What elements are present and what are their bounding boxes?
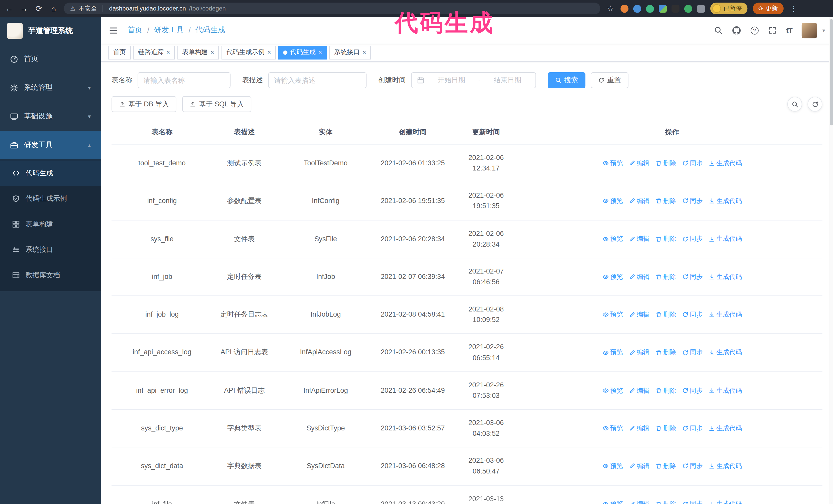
generate-code-action[interactable]: 生成代码 [709,272,742,282]
scrollbar[interactable] [829,17,833,504]
home-icon[interactable]: ⌂ [49,0,58,17]
preview-action[interactable]: 预览 [602,424,623,433]
generate-code-action[interactable]: 生成代码 [709,424,742,433]
sidebar-item-system-api[interactable]: 系统接口 [0,237,101,262]
generate-code-action[interactable]: 生成代码 [709,347,742,358]
profile-paused-chip[interactable]: 已暂停 [710,3,747,14]
delete-action[interactable]: 删除 [656,347,676,358]
extension-people-icon[interactable] [659,5,667,13]
sidebar-item-codegen-example[interactable]: 代码生成示例 [0,186,101,211]
sidebar-item-home[interactable]: 首页 [0,45,101,73]
sidebar-item-devtools[interactable]: 研发工具 ▴ [0,131,101,160]
close-icon[interactable]: × [362,49,366,56]
reset-button[interactable]: 重置 [591,72,628,88]
search-button[interactable]: 搜索 [548,72,586,88]
back-icon[interactable]: ← [4,0,14,17]
font-size-icon[interactable]: tT [786,26,792,34]
close-icon[interactable]: × [210,49,214,56]
tab-codegen-example[interactable]: 代码生成示例× [221,45,276,59]
edit-action[interactable]: 编辑 [629,499,649,504]
sync-action[interactable]: 同步 [682,158,703,168]
help-icon[interactable]: ? [751,26,758,34]
vue-devtools-icon[interactable] [646,5,654,13]
import-db-button[interactable]: 基于 DB 导入 [112,96,176,112]
delete-action[interactable]: 删除 [656,386,676,395]
preview-action[interactable]: 预览 [602,310,623,320]
extension-drop-icon[interactable] [633,5,641,13]
delete-action[interactable]: 删除 [656,196,676,206]
tab-form-builder[interactable]: 表单构建× [177,45,219,59]
chrome-menu-icon[interactable]: ⋮ [789,0,799,17]
sync-action[interactable]: 同步 [682,310,703,320]
bookmark-star-icon[interactable]: ☆ [606,0,615,17]
preview-action[interactable]: 预览 [602,196,623,206]
tab-system-api[interactable]: 系统接口× [329,45,371,59]
preview-action[interactable]: 预览 [602,347,623,358]
sync-action[interactable]: 同步 [682,424,703,433]
tab-codegen[interactable]: 代码生成× [278,45,327,59]
github-icon[interactable] [732,26,741,35]
reload-icon[interactable]: ⟳ [34,0,44,17]
generate-code-action[interactable]: 生成代码 [709,499,742,504]
tab-tracing[interactable]: 链路追踪× [133,45,175,59]
date-range-picker[interactable]: 开始日期 - 结束日期 [411,72,536,88]
generate-code-action[interactable]: 生成代码 [709,386,742,395]
delete-action[interactable]: 删除 [656,272,676,282]
edit-action[interactable]: 编辑 [629,234,649,244]
user-avatar[interactable] [802,23,817,38]
avatar-caret-icon[interactable]: ▾ [822,27,825,33]
extension-fox-icon[interactable] [620,5,628,13]
edit-action[interactable]: 编辑 [629,158,649,168]
fullscreen-icon[interactable] [768,26,777,34]
import-sql-button[interactable]: 基于 SQL 导入 [183,96,252,112]
edit-action[interactable]: 编辑 [629,310,649,320]
refresh-table-button[interactable] [808,97,823,112]
table-name-input[interactable] [138,72,231,88]
preview-action[interactable]: 预览 [602,386,623,395]
preview-action[interactable]: 预览 [602,499,623,504]
edit-action[interactable]: 编辑 [629,386,649,395]
edit-action[interactable]: 编辑 [629,196,649,206]
tampermonkey-icon[interactable] [671,5,680,13]
sidebar-item-infra[interactable]: 基础设施 ▾ [0,102,101,131]
preview-action[interactable]: 预览 [602,461,623,471]
sidebar-item-form-builder[interactable]: 表单构建 [0,212,101,237]
forward-icon[interactable]: → [19,0,29,17]
sync-action[interactable]: 同步 [682,234,703,244]
extensions-puzzle-icon[interactable] [697,5,705,13]
address-bar[interactable]: ⚠ 不安全 dashboard.yudao.iocoder.cn/tool/co… [64,3,600,14]
close-icon[interactable]: × [318,49,322,56]
sync-action[interactable]: 同步 [682,272,703,282]
sync-action[interactable]: 同步 [682,196,703,206]
delete-action[interactable]: 删除 [656,424,676,433]
breadcrumb-home[interactable]: 首页 [127,25,142,35]
sync-action[interactable]: 同步 [682,347,703,358]
toggle-search-button[interactable] [787,97,802,112]
tab-home[interactable]: 首页 [109,45,131,59]
sync-action[interactable]: 同步 [682,499,703,504]
edit-action[interactable]: 编辑 [629,272,649,282]
generate-code-action[interactable]: 生成代码 [709,310,742,320]
preview-action[interactable]: 预览 [602,234,623,244]
edit-action[interactable]: 编辑 [629,424,649,433]
table-desc-input[interactable] [268,72,366,88]
sync-action[interactable]: 同步 [682,386,703,395]
delete-action[interactable]: 删除 [656,461,676,471]
sidebar-collapse-icon[interactable] [109,26,118,35]
preview-action[interactable]: 预览 [602,158,623,168]
breadcrumb-devtools[interactable]: 研发工具 [154,25,184,35]
delete-action[interactable]: 删除 [656,158,676,168]
sync-action[interactable]: 同步 [682,461,703,471]
scrollbar-thumb[interactable] [830,19,833,126]
generate-code-action[interactable]: 生成代码 [709,158,742,168]
generate-code-action[interactable]: 生成代码 [709,234,742,244]
delete-action[interactable]: 删除 [656,499,676,504]
search-icon[interactable] [714,26,722,34]
close-icon[interactable]: × [267,49,271,56]
delete-action[interactable]: 删除 [656,310,676,320]
close-icon[interactable]: × [166,49,170,56]
extension-leaf-icon[interactable] [684,5,692,13]
sidebar-item-codegen[interactable]: 代码生成 [0,161,101,186]
edit-action[interactable]: 编辑 [629,461,649,471]
edit-action[interactable]: 编辑 [629,347,649,358]
